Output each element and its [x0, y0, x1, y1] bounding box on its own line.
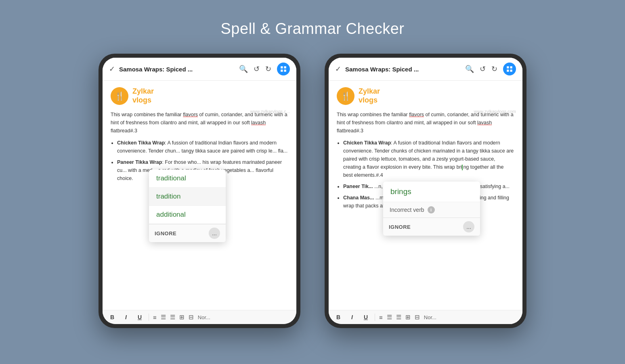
- bold-button[interactable]: B: [107, 314, 117, 320]
- italic-button[interactable]: I: [121, 314, 131, 320]
- right-more-button[interactable]: ...: [463, 221, 474, 232]
- left-top-icons: 🔍 ↺ ↻: [239, 63, 290, 75]
- left-error-flavors2: flavors: [233, 140, 248, 146]
- left-error-fussion: fussion: [172, 140, 188, 146]
- right-error-flavors2: flavors: [457, 140, 472, 146]
- right-bullet-title-1: Chicken Tikka Wrap: [343, 140, 391, 146]
- left-error-flavorful: flavorful: [256, 167, 273, 173]
- left-error-lavash: lavash: [251, 120, 266, 126]
- suggestion-traditional[interactable]: traditional: [149, 169, 226, 188]
- right-italic-button[interactable]: I: [347, 314, 357, 320]
- left-doc-title: Samosa Wraps: Spiced ...: [119, 66, 235, 73]
- right-doc-title: Samosa Wraps: Spiced ...: [345, 66, 461, 73]
- left-body-text: This wrap combines the familiar flavors …: [111, 111, 288, 135]
- right-error-flavors: flavors: [409, 112, 424, 117]
- svg-rect-3: [284, 70, 286, 72]
- right-align-icon[interactable]: ≡: [379, 314, 383, 321]
- left-brand-icon: 🍴: [111, 87, 128, 105]
- svg-rect-0: [281, 66, 283, 68]
- outdent-icon[interactable]: ⊟: [189, 314, 194, 321]
- info-icon[interactable]: i: [428, 206, 435, 213]
- grammar-error-label: Incorrect verb i: [383, 202, 480, 218]
- right-grammar-footer: IGNORE ...: [383, 218, 480, 236]
- right-watermark: www.zylkarvlogs.com: [474, 109, 516, 114]
- right-grid-icon[interactable]: [503, 63, 516, 75]
- suggestion-tradition[interactable]: tradition: [149, 188, 226, 206]
- right-brand-name: Zylkarvlogs: [359, 87, 380, 105]
- list-item: Chicken Tikka Wrap: A fussion of traditi…: [117, 139, 288, 155]
- error-text: Incorrect verb: [390, 207, 424, 213]
- align-left-icon[interactable]: ≡: [153, 314, 157, 321]
- left-brand-row: 🍴 Zylkarvlogs: [111, 87, 288, 105]
- right-toolbar-divider: [375, 314, 375, 321]
- left-ignore-button[interactable]: IGNORE: [155, 230, 176, 236]
- svg-rect-2: [281, 70, 283, 72]
- list-icon[interactable]: ☰: [161, 314, 166, 321]
- right-error-elements: elements.#.4: [354, 172, 383, 178]
- right-ignore-button[interactable]: IGNORE: [389, 224, 411, 230]
- right-content-area: 🍴 Zylkarvlogs www.zylkarvlogs.com This w…: [329, 81, 522, 310]
- redo-icon[interactable]: ↻: [265, 65, 271, 73]
- right-bullet-title-3: Chana Mas...: [343, 195, 374, 201]
- right-normal-label: Nor...: [424, 314, 436, 320]
- left-spell-popup: traditional tradition additional IGNORE …: [149, 169, 226, 242]
- right-error-flavor: flavor: [367, 164, 379, 170]
- right-error-bring: bring: [456, 164, 469, 170]
- left-content-area: 🍴 Zylkarvlogs www.zylkarvlogs.c... This …: [103, 81, 296, 310]
- svg-rect-6: [507, 70, 509, 72]
- left-phone-screen: ✓ Samosa Wraps: Spiced ... 🔍 ↺ ↻ 🍴 Zylka…: [103, 58, 296, 324]
- left-brand-name: Zylkarvlogs: [132, 87, 154, 105]
- right-brand-icon: 🍴: [337, 87, 354, 105]
- right-underline-button[interactable]: U: [361, 314, 371, 320]
- indent-icon[interactable]: ⊞: [179, 314, 185, 321]
- undo-icon[interactable]: ↺: [254, 65, 260, 73]
- grammar-suggestion-brings[interactable]: brings: [383, 182, 480, 202]
- left-error-flavors: flavors: [183, 112, 198, 117]
- right-redo-icon[interactable]: ↻: [491, 65, 497, 73]
- svg-rect-1: [284, 66, 286, 68]
- right-bottom-toolbar: B I U ≡ ☰ ☰ ⊞ ⊟ Nor...: [329, 310, 522, 324]
- right-indent-icon[interactable]: ⊞: [405, 314, 411, 321]
- grid-icon[interactable]: [277, 63, 290, 75]
- right-search-icon[interactable]: 🔍: [465, 65, 474, 73]
- right-top-icons: 🔍 ↺ ↻: [465, 63, 516, 75]
- right-list-icon-2[interactable]: ☰: [396, 314, 401, 321]
- right-outdent-icon[interactable]: ⊟: [415, 314, 420, 321]
- left-bottom-toolbar: B I U ≡ ☰ ☰ ⊞ ⊟ Nor...: [103, 310, 296, 324]
- right-undo-icon[interactable]: ↺: [480, 65, 486, 73]
- right-error-lavash: lavash: [477, 120, 492, 126]
- list-icon-2[interactable]: ☰: [170, 314, 175, 321]
- normal-label: Nor...: [198, 314, 210, 320]
- phones-container: ✓ Samosa Wraps: Spiced ... 🔍 ↺ ↻ 🍴 Zylka…: [99, 54, 526, 328]
- right-phone-screen: ✓ Samosa Wraps: Spiced ... 🔍 ↺ ↻ 🍴 Zylka…: [329, 58, 522, 324]
- left-watermark: www.zylkarvlogs.c...: [250, 109, 290, 114]
- left-top-bar: ✓ Samosa Wraps: Spiced ... 🔍 ↺ ↻: [103, 58, 296, 81]
- right-brand-row: 🍴 Zylkarvlogs: [337, 87, 514, 105]
- green-cursor: [462, 165, 463, 170]
- left-error-convenience: convenience: [117, 148, 145, 154]
- right-phone: ✓ Samosa Wraps: Spiced ... 🔍 ↺ ↻ 🍴 Zylka…: [325, 54, 526, 328]
- right-grammar-popup: brings Incorrect verb i IGNORE ...: [383, 182, 480, 236]
- right-body-text: This wrap combines the familiar flavors …: [337, 111, 514, 135]
- bullet-title-2: Paneer Tikka Wrap: [117, 159, 162, 165]
- check-icon: ✓: [109, 65, 115, 73]
- left-error-traditional: traditional: [195, 140, 217, 146]
- left-error-fla: fla: [278, 148, 283, 154]
- right-bold-button[interactable]: B: [333, 314, 343, 320]
- svg-rect-4: [507, 66, 509, 68]
- svg-rect-5: [510, 66, 512, 68]
- suggestion-additional[interactable]: additional: [149, 206, 226, 224]
- left-phone: ✓ Samosa Wraps: Spiced ... 🔍 ↺ ↻ 🍴 Zylka…: [99, 54, 300, 328]
- left-more-button[interactable]: ...: [209, 228, 220, 239]
- list-item: Chicken Tikka Wrap: A fusion of traditio…: [343, 139, 514, 179]
- right-top-bar: ✓ Samosa Wraps: Spiced ... 🔍 ↺ ↻: [329, 58, 522, 81]
- underline-button[interactable]: U: [135, 314, 145, 320]
- page-title: Spell & Grammar Checker: [221, 20, 405, 38]
- search-icon[interactable]: 🔍: [239, 65, 248, 73]
- toolbar-divider: [149, 314, 149, 321]
- svg-rect-7: [510, 70, 512, 72]
- right-check-icon: ✓: [335, 65, 341, 73]
- left-spell-footer: IGNORE ...: [149, 224, 226, 242]
- right-bullet-title-2: Paneer Tik...: [343, 184, 373, 189]
- right-list-icon[interactable]: ☰: [387, 314, 392, 321]
